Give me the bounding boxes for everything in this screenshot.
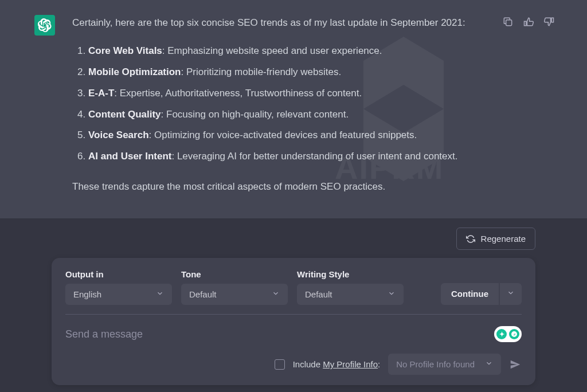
regenerate-button[interactable]: Regenerate [456, 228, 535, 250]
chevron-down-icon [272, 289, 280, 299]
list-item: AI and User Intent: Leveraging AI for be… [88, 148, 553, 165]
thumbs-up-icon[interactable] [523, 16, 534, 28]
continue-dropdown[interactable] [500, 283, 522, 305]
input-panel: Output in English Tone Default Writing S… [52, 258, 535, 385]
list-item: Content Quality: Focusing on high-qualit… [88, 107, 553, 123]
response-list: Core Web Vitals: Emphasizing website spe… [72, 43, 553, 165]
output-language-select[interactable]: English [65, 284, 172, 305]
output-in-label: Output in [65, 269, 172, 279]
list-item: E-A-T: Expertise, Authoritativeness, Tru… [88, 85, 553, 102]
list-item: Mobile Optimization: Prioritizing mobile… [88, 64, 553, 81]
include-profile-label: Include My Profile Info: [293, 359, 381, 369]
message-input[interactable] [65, 328, 494, 340]
footer-disclaimer: Free Research Preview. ChatGPT may produ… [34, 385, 553, 392]
response-intro: Certainly, here are the top six concise … [72, 15, 553, 32]
chevron-down-icon [507, 289, 515, 299]
list-item: Voice Search: Optimizing for voice-activ… [88, 127, 553, 144]
list-item: Core Web Vitals: Emphasizing website spe… [88, 43, 553, 60]
writing-style-label: Writing Style [297, 269, 404, 279]
regenerate-label: Regenerate [481, 234, 526, 244]
assistant-response-block: Certainly, here are the top six concise … [0, 0, 587, 218]
chevron-down-icon [485, 359, 493, 369]
chevron-down-icon [156, 289, 164, 299]
include-profile-checkbox[interactable] [275, 359, 285, 370]
response-outro: These trends capture the most critical a… [72, 179, 553, 195]
chevron-down-icon [388, 289, 396, 299]
assistant-avatar [34, 15, 55, 36]
profile-info-select[interactable]: No Profile Info found [388, 354, 501, 375]
grammarly-widget[interactable]: ✦ [494, 326, 522, 342]
continue-button[interactable]: Continue [441, 283, 499, 305]
tone-label: Tone [181, 269, 288, 279]
copy-icon[interactable] [502, 16, 514, 28]
send-button[interactable] [509, 358, 522, 371]
writing-style-select[interactable]: Default [297, 284, 404, 305]
thumbs-down-icon[interactable] [543, 16, 555, 28]
svg-rect-4 [506, 20, 512, 26]
tone-select[interactable]: Default [181, 284, 288, 305]
